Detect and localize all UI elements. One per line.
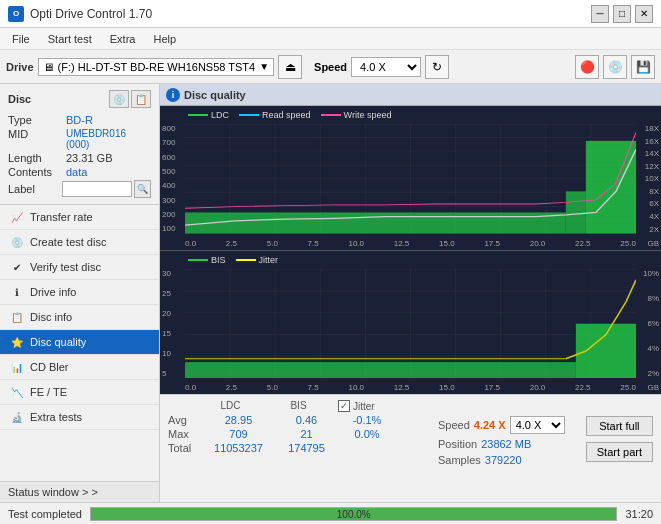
jitter-checkbox[interactable]: ✓ xyxy=(338,400,350,412)
disc-icon-2[interactable]: 📋 xyxy=(131,90,151,108)
write-speed-legend: Write speed xyxy=(344,110,392,120)
nav-transfer-rate-label: Transfer rate xyxy=(30,211,93,223)
total-ldc: 11053237 xyxy=(206,442,271,454)
speed-display-label: Speed xyxy=(438,419,470,431)
menu-help[interactable]: Help xyxy=(145,31,184,47)
x-top-22-5: 22.5 xyxy=(575,239,591,248)
drive-dropdown-icon[interactable]: ▼ xyxy=(259,61,269,72)
nav-disc-quality[interactable]: ⭐ Disc quality xyxy=(0,330,159,355)
nav-verify-test-disc[interactable]: ✔ Verify test disc xyxy=(0,255,159,280)
nav-disc-quality-label: Disc quality xyxy=(30,336,86,348)
disc-label-button[interactable]: 🔍 xyxy=(134,180,151,198)
toolbar-btn-save[interactable]: 💾 xyxy=(631,55,655,79)
eject-button[interactable]: ⏏ xyxy=(278,55,302,79)
content-area: i Disc quality LDC Read speed xyxy=(160,84,661,502)
quality-header: i Disc quality xyxy=(160,84,661,106)
status-text: Test completed xyxy=(8,508,82,520)
quality-title: Disc quality xyxy=(184,89,246,101)
disc-label-input[interactable] xyxy=(62,181,132,197)
menu-bar: File Start test Extra Help xyxy=(0,28,661,50)
jitter-legend: Jitter xyxy=(259,255,279,265)
avg-ldc: 28.95 xyxy=(206,414,271,426)
close-button[interactable]: ✕ xyxy=(635,5,653,23)
x-top-25: 25.0 xyxy=(620,239,636,248)
status-time: 31:20 xyxy=(625,508,653,520)
y-right-6x: 6X xyxy=(645,199,659,208)
drive-info-icon: ℹ xyxy=(10,285,24,299)
y-right-8x: 8X xyxy=(645,187,659,196)
top-chart: LDC Read speed Write speed 800 xyxy=(160,106,661,251)
y-right-bot-4: 4% xyxy=(643,344,659,353)
status-window-label: Status window > > xyxy=(8,486,98,498)
x-top-10: 10.0 xyxy=(348,239,364,248)
avg-label: Avg xyxy=(168,414,198,426)
disc-type-value: BD-R xyxy=(66,114,93,126)
disc-contents-value: data xyxy=(66,166,87,178)
svg-rect-37 xyxy=(185,362,576,378)
y-top-700: 700 xyxy=(162,138,175,147)
y-bot-30: 30 xyxy=(162,269,171,278)
x-top-0: 0.0 xyxy=(185,239,196,248)
nav-extra-tests[interactable]: 🔬 Extra tests xyxy=(0,405,159,430)
y-right-18x: 18X xyxy=(645,124,659,133)
nav-create-test-disc[interactable]: 💿 Create test disc xyxy=(0,230,159,255)
max-ldc: 709 xyxy=(206,428,271,440)
y-right-2x: 2X xyxy=(645,225,659,234)
menu-extra[interactable]: Extra xyxy=(102,31,144,47)
y-top-200: 200 xyxy=(162,210,175,219)
refresh-button[interactable]: ↻ xyxy=(425,55,449,79)
nav-drive-info-label: Drive info xyxy=(30,286,76,298)
y-right-12x: 12X xyxy=(645,162,659,171)
y-top-300: 300 xyxy=(162,196,175,205)
x-top-15: 15.0 xyxy=(439,239,455,248)
x-bot-unit: GB xyxy=(647,383,659,392)
quality-header-icon: i xyxy=(166,88,180,102)
status-window-button[interactable]: Status window > > xyxy=(0,481,159,502)
samples-label: Samples xyxy=(438,454,481,466)
toolbar-btn-2[interactable]: 💿 xyxy=(603,55,627,79)
nav-cd-bler[interactable]: 📊 CD Bler xyxy=(0,355,159,380)
jitter-header: Jitter xyxy=(353,401,375,412)
nav-fe-te[interactable]: 📉 FE / TE xyxy=(0,380,159,405)
x-top-5: 5.0 xyxy=(267,239,278,248)
progress-text: 100.0% xyxy=(91,508,616,522)
avg-bis: 0.46 xyxy=(279,414,334,426)
position-value: 23862 MB xyxy=(481,438,531,450)
start-part-button[interactable]: Start part xyxy=(586,442,653,462)
speed-select-bottom[interactable]: 4.0 X xyxy=(510,416,565,434)
drive-selector[interactable]: 🖥 (F:) HL-DT-ST BD-RE WH16NS58 TST4 ▼ xyxy=(38,58,275,76)
ldc-legend: LDC xyxy=(211,110,229,120)
y-right-14x: 14X xyxy=(645,149,659,158)
disc-section-title: Disc xyxy=(8,93,31,105)
speed-selector[interactable]: 4.0 X 2.0 X 8.0 X xyxy=(351,57,421,77)
disc-info-icon: 📋 xyxy=(10,310,24,324)
progress-bar-container: 100.0% xyxy=(90,507,617,521)
window-controls: ─ □ ✕ xyxy=(591,5,653,23)
nav-drive-info[interactable]: ℹ Drive info xyxy=(0,280,159,305)
svg-rect-21 xyxy=(566,191,586,233)
x-top-unit: GB xyxy=(647,239,659,248)
fe-te-icon: 📉 xyxy=(10,385,24,399)
minimize-button[interactable]: ─ xyxy=(591,5,609,23)
toolbar-btn-1[interactable]: 🔴 xyxy=(575,55,599,79)
ldc-header: LDC xyxy=(198,400,263,412)
nav-disc-info-label: Disc info xyxy=(30,311,72,323)
disc-icon-1[interactable]: 💿 xyxy=(109,90,129,108)
samples-value: 379220 xyxy=(485,454,522,466)
drive-value: (F:) HL-DT-ST BD-RE WH16NS58 TST4 xyxy=(58,61,256,73)
bis-header: BIS xyxy=(271,400,326,412)
disc-panel: Disc 💿 📋 Type BD-R MID UMEBDR016 (000) L… xyxy=(0,84,159,205)
app-icon: O xyxy=(8,6,24,22)
nav-transfer-rate[interactable]: 📈 Transfer rate xyxy=(0,205,159,230)
menu-file[interactable]: File xyxy=(4,31,38,47)
status-bar: Test completed 100.0% 31:20 xyxy=(0,502,661,524)
disc-length-value: 23.31 GB xyxy=(66,152,112,164)
maximize-button[interactable]: □ xyxy=(613,5,631,23)
menu-start-test[interactable]: Start test xyxy=(40,31,100,47)
charts-container: LDC Read speed Write speed 800 xyxy=(160,106,661,394)
start-full-button[interactable]: Start full xyxy=(586,416,653,436)
y-right-16x: 16X xyxy=(645,137,659,146)
create-test-disc-icon: 💿 xyxy=(10,235,24,249)
nav-disc-info[interactable]: 📋 Disc info xyxy=(0,305,159,330)
drive-label: Drive xyxy=(6,61,34,73)
